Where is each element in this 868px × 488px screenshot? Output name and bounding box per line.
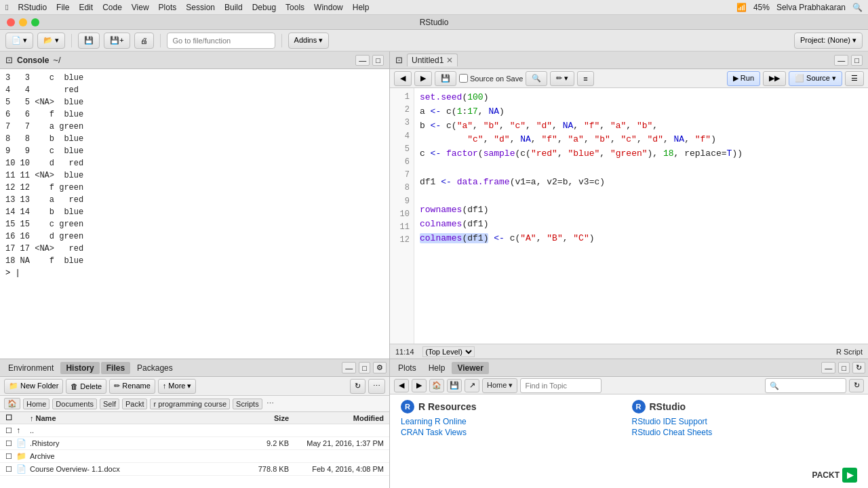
file-name[interactable]: Archive — [30, 452, 235, 460]
file-row-rhistory[interactable]: ☐ 📄 .Rhistory 9.2 KB May 21, 2016, 1:37 … — [0, 437, 389, 450]
viewer-refresh-button[interactable]: ↻ — [849, 379, 864, 392]
goto-input[interactable] — [167, 33, 275, 49]
run-next-button[interactable]: ▶▶ — [763, 71, 786, 86]
apple-menu[interactable]:  — [5, 3, 8, 12]
more-button[interactable]: ↑ More ▾ — [158, 379, 197, 394]
search-icon[interactable]: 🔍 — [852, 3, 863, 12]
viewer-search-input[interactable] — [765, 378, 846, 393]
code-content[interactable]: set.seed(100) a <- c(1:17, NA) b <- c("a… — [414, 88, 868, 344]
bread-home[interactable]: 🏠 — [4, 398, 20, 409]
source-on-save-checkbox[interactable] — [459, 74, 468, 83]
edit-options-button[interactable]: ✏ ▾ — [550, 71, 574, 86]
menu-file[interactable]: File — [56, 3, 69, 12]
project-button[interactable]: Project: (None) ▾ — [794, 33, 863, 49]
editor-tab-untitled1[interactable]: Untitled1 ✕ — [407, 54, 458, 66]
tab-files[interactable]: Files — [101, 362, 130, 374]
editor-maximize[interactable]: □ — [851, 55, 863, 66]
menu-debug[interactable]: Debug — [252, 3, 276, 12]
modified-column-header[interactable]: Modified — [289, 414, 384, 422]
bread-documents[interactable]: Documents — [52, 399, 97, 409]
search-code-button[interactable]: 🔍 — [526, 71, 547, 86]
file-name[interactable]: .Rhistory — [30, 439, 235, 447]
save-button[interactable]: 💾 — [78, 33, 100, 49]
tab-viewer[interactable]: Viewer — [452, 362, 488, 374]
addins-button[interactable]: Addins ▾ — [288, 33, 330, 49]
bread-scripts[interactable]: Scripts — [233, 399, 262, 409]
check-all[interactable]: ☐ — [5, 413, 16, 422]
open-file-button[interactable]: 📂 ▾ — [37, 33, 65, 49]
console-minimize[interactable]: — — [355, 55, 370, 66]
top-level-select[interactable]: (Top Level) — [422, 346, 475, 357]
file-name[interactable]: Course Overview- 1.1.docx — [30, 465, 235, 473]
file-row-archive[interactable]: ☐ 📁 Archive — [0, 450, 389, 463]
menu-view[interactable]: View — [132, 3, 149, 12]
bread-home-label[interactable]: Home — [23, 399, 50, 409]
menu-window[interactable]: Window — [314, 3, 343, 12]
new-file-button[interactable]: 📄 ▾ — [5, 33, 33, 49]
bread-packt[interactable]: Packt — [122, 399, 148, 409]
file-check[interactable]: ☐ — [5, 439, 16, 448]
console-maximize[interactable]: □ — [372, 55, 384, 66]
file-check[interactable]: ☐ — [5, 452, 16, 461]
name-column-header[interactable]: ↑ Name — [30, 414, 235, 422]
compile-button[interactable]: ≡ — [577, 71, 593, 86]
editor-save-button[interactable]: 💾 — [435, 71, 456, 86]
source-button[interactable]: ⬜ Source ▾ — [789, 71, 842, 86]
delete-button[interactable]: 🗑 Delete — [66, 379, 106, 394]
bl-gear[interactable]: ⚙ — [373, 362, 387, 373]
tab-packages[interactable]: Packages — [132, 362, 178, 374]
minimize-button[interactable] — [19, 18, 27, 26]
rstudio-cheatsheets-link[interactable]: RStudio Cheat Sheets — [632, 427, 858, 438]
console-body[interactable]: 3 3 c blue 4 4 red 5 5 <NA> blue 6 6 f b… — [0, 69, 389, 359]
tab-help[interactable]: Help — [423, 362, 451, 374]
file-row-docx[interactable]: ☐ 📄 Course Overview- 1.1.docx 778.8 KB F… — [0, 463, 389, 476]
rename-button[interactable]: ✏ Rename — [109, 379, 155, 394]
home-dropdown[interactable]: Home ▾ — [482, 378, 517, 393]
viewer-open-button[interactable]: ↗ — [465, 379, 479, 392]
viewer-home-btn[interactable]: 🏠 — [429, 379, 444, 392]
bread-self[interactable]: Self — [100, 399, 119, 409]
dots-button[interactable]: ⋯ — [368, 379, 385, 394]
cran-task-views-link[interactable]: CRAN Task Views — [401, 427, 627, 438]
maximize-button[interactable] — [31, 18, 39, 26]
new-folder-button[interactable]: 📁 New Folder — [4, 379, 63, 394]
menu-plots[interactable]: Plots — [159, 3, 177, 12]
br-gear[interactable]: ↻ — [852, 362, 865, 373]
save-all-button[interactable]: 💾+ — [104, 33, 130, 49]
close-button[interactable] — [7, 18, 15, 26]
file-check[interactable]: ☐ — [5, 426, 16, 435]
menu-help[interactable]: Help — [353, 3, 370, 12]
viewer-back-button[interactable]: ◀ — [394, 379, 409, 392]
close-tab-icon[interactable]: ✕ — [446, 56, 453, 65]
parent-dir-name[interactable]: .. — [30, 426, 235, 434]
menu-session[interactable]: Session — [186, 3, 215, 12]
rstudio-ide-link[interactable]: RStudio IDE Support — [632, 416, 858, 427]
editor-body[interactable]: 123456789101112 set.seed(100) a <- c(1:1… — [390, 88, 868, 344]
find-in-topic-input[interactable] — [520, 378, 601, 393]
tab-environment[interactable]: Environment — [3, 362, 59, 374]
viewer-fwd-button[interactable]: ▶ — [412, 379, 427, 392]
file-check[interactable]: ☐ — [5, 465, 16, 474]
editor-minimize[interactable]: — — [834, 55, 848, 66]
bread-r-course[interactable]: r programming course — [150, 399, 230, 409]
print-button[interactable]: 🖨 — [134, 33, 154, 49]
nav-fwd-button[interactable]: ▶ — [414, 71, 432, 86]
learning-r-link[interactable]: Learning R Online — [401, 416, 627, 427]
file-row-parent[interactable]: ☐ ↑ .. — [0, 424, 389, 437]
menu-tools[interactable]: Tools — [285, 3, 304, 12]
bl-maximize[interactable]: □ — [359, 362, 370, 373]
menu-rstudio[interactable]: RStudio — [18, 3, 47, 12]
size-column-header[interactable]: Size — [235, 414, 289, 422]
console-tab[interactable]: Console — [17, 56, 49, 65]
menu-edit[interactable]: Edit — [79, 3, 93, 12]
bl-minimize[interactable]: — — [342, 362, 356, 373]
run-button[interactable]: ▶ Run — [727, 71, 760, 86]
breadcrumb-more[interactable]: ⋯ — [267, 399, 274, 408]
br-maximize[interactable]: □ — [838, 362, 850, 373]
nav-back-button[interactable]: ◀ — [394, 71, 412, 86]
tab-history[interactable]: History — [60, 362, 99, 374]
menu-build[interactable]: Build — [224, 3, 243, 12]
menu-code[interactable]: Code — [102, 3, 122, 12]
options-button[interactable]: ☰ — [845, 71, 864, 86]
refresh-button[interactable]: ↻ — [350, 379, 366, 394]
